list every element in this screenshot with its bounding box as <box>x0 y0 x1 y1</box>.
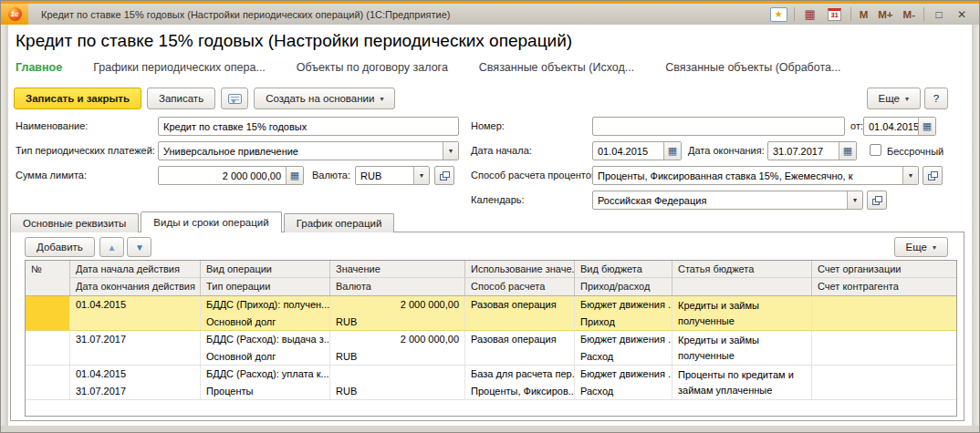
perpetual-label: Бессрочный <box>887 146 944 157</box>
row-marker-cell[interactable] <box>26 296 70 330</box>
favorites-button[interactable]: ★ <box>770 7 787 22</box>
memory-m-plus-button[interactable]: М+ <box>876 9 894 20</box>
cell-value[interactable]: RUB <box>330 366 465 399</box>
cell-budget-article[interactable]: Кредиты и займы полученные <box>672 296 812 330</box>
date-from-field[interactable]: 01.04.2015 ▦ <box>863 117 936 136</box>
cell-budget-kind[interactable]: Бюджет движения ...Расход <box>575 331 672 365</box>
calculator-icon: ▦ <box>805 7 816 21</box>
row-marker-cell[interactable] <box>26 331 70 365</box>
cell-value[interactable]: 2 000 000,00RUB <box>330 296 465 330</box>
open-icon <box>928 171 938 180</box>
calendar-picker-button[interactable]: ▦ <box>918 118 935 135</box>
table-more-button[interactable]: Еще ▾ <box>894 237 948 257</box>
add-row-button[interactable]: Добавить <box>25 237 95 257</box>
window-title: Кредит по ставке 15% годовых (Настройки … <box>41 9 451 20</box>
cell-usage[interactable]: База для расчета пер...Проценты, Фиксиро… <box>465 366 575 399</box>
window-frame-left <box>1 25 8 432</box>
memory-m-button[interactable]: М <box>858 9 871 20</box>
header-dates[interactable]: Дата начала действияДата окончания дейст… <box>70 261 201 295</box>
cell-usage[interactable]: Разовая операция <box>465 296 575 330</box>
cell-dates[interactable]: 31.07.2017 <box>70 331 201 365</box>
cell-operation[interactable]: БДДС (Расход): уплата к...Проценты <box>201 366 330 399</box>
calendar-picker-button[interactable]: ▦ <box>839 142 856 160</box>
maximize-button[interactable]: □ <box>931 8 947 21</box>
table-row[interactable]: 01.04.201531.07.2017 БДДС (Расход): упла… <box>26 366 956 400</box>
payment-type-combo[interactable]: Универсальное привлечение ▾ <box>158 141 459 160</box>
save-button[interactable]: Записать <box>147 88 215 109</box>
save-close-button[interactable]: Записать и закрыть <box>14 88 141 109</box>
date-start-field[interactable]: 01.04.2015 ▦ <box>592 141 682 160</box>
chevron-down-icon: ▾ <box>933 243 936 252</box>
row-marker-cell[interactable] <box>26 366 70 399</box>
nav-item-main[interactable]: Главное <box>16 61 62 74</box>
tab-operation-kinds[interactable]: Виды и сроки операций <box>141 211 281 232</box>
cell-accounts[interactable] <box>812 366 956 399</box>
name-value: Кредит по ставке 15% годовых <box>159 121 458 132</box>
system-menu-button[interactable]: 1с <box>1 4 28 25</box>
perpetual-checkbox[interactable] <box>870 144 881 156</box>
discussion-button[interactable] <box>221 88 248 109</box>
cell-budget-kind[interactable]: Бюджет движения ...Расход <box>575 366 672 399</box>
header-usage[interactable]: Использование значе...Способ расчета <box>465 261 575 295</box>
titlebar[interactable]: 1с Кредит по ставке 15% годовых (Настрой… <box>1 4 979 25</box>
cell-budget-kind[interactable]: Бюджет движения ...Приход <box>575 296 672 330</box>
name-label: Наименование: <box>16 120 88 131</box>
tab-main-details[interactable]: Основные реквизиты <box>10 213 139 232</box>
calendar-picker-button[interactable]: ▦ <box>663 142 681 160</box>
close-button[interactable]: ✕ <box>954 8 970 21</box>
move-down-button[interactable]: ▼ <box>127 237 151 257</box>
name-field[interactable]: Кредит по ставке 15% годовых <box>158 117 459 136</box>
currency-open-button[interactable] <box>434 166 454 185</box>
header-operation[interactable]: Вид операцииТип операции <box>201 261 330 295</box>
dropdown-button[interactable]: ▾ <box>443 142 458 160</box>
dropdown-button[interactable]: ▾ <box>847 191 862 209</box>
calendar-button[interactable]: 31 <box>826 6 844 22</box>
nav-item-schedules[interactable]: Графики периодических опера... <box>93 61 266 74</box>
table-row[interactable]: 01.04.2015 БДДС (Приход): получен...Осно… <box>26 296 956 331</box>
dropdown-button[interactable]: ▾ <box>413 167 429 184</box>
currency-combo[interactable]: RUB ▾ <box>355 166 430 185</box>
nav-item-related-source[interactable]: Связанные объекты (Исход... <box>479 61 634 74</box>
cell-value[interactable]: 2 000 000,00RUB <box>330 331 465 365</box>
cell-dates[interactable]: 01.04.201531.07.2017 <box>70 366 201 399</box>
calendar-icon: 31 <box>828 8 841 21</box>
interest-method-combo[interactable]: Проценты, Фиксированная ставка 15%, Ежем… <box>592 166 919 185</box>
header-budget-article[interactable]: Статья бюджета <box>672 261 812 295</box>
dropdown-button[interactable]: ▾ <box>902 167 918 184</box>
calendar-combo[interactable]: Российская Федерация ▾ <box>592 191 863 210</box>
memory-m-minus-button[interactable]: М- <box>902 9 917 20</box>
move-up-button[interactable]: ▲ <box>99 237 124 257</box>
chevron-down-icon: ▾ <box>380 95 383 103</box>
calculator-button[interactable]: ▦ <box>801 6 819 22</box>
cell-accounts[interactable] <box>812 296 956 330</box>
help-button[interactable]: ? <box>924 88 948 109</box>
calculator-picker-button[interactable]: ▦ <box>286 167 303 184</box>
nav-item-related-processed[interactable]: Связанные объекты (Обработа... <box>665 61 840 74</box>
calendar-icon: ▦ <box>668 145 677 157</box>
number-field[interactable] <box>592 117 845 136</box>
cell-dates[interactable]: 01.04.2015 <box>70 296 201 330</box>
table-row[interactable]: 31.07.2017 БДДС (Расход): выдача з...Осн… <box>26 331 956 366</box>
calendar-open-button[interactable] <box>867 191 887 210</box>
cell-usage[interactable]: Разовая операция <box>465 331 575 365</box>
interest-method-value: Проценты, Фиксированная ставка 15%, Ежем… <box>593 170 902 181</box>
cell-operation[interactable]: БДДС (Приход): получен...Основной долг <box>201 296 330 330</box>
limit-field[interactable]: 2 000 000,00 ▦ <box>158 166 304 185</box>
cell-operation[interactable]: БДДС (Расход): выдача з...Основной долг <box>201 331 330 365</box>
cell-budget-article[interactable]: Кредиты и займы полученные <box>672 331 812 365</box>
operations-table[interactable]: № Дата начала действияДата окончания дей… <box>25 260 957 417</box>
header-value[interactable]: ЗначениеВалюта <box>330 261 465 295</box>
cell-budget-article[interactable]: Проценты по кредитам и займам уплаченные <box>672 366 812 399</box>
header-accounts[interactable]: Счет организацииСчет контрагента <box>812 261 956 295</box>
tab-operation-schedule[interactable]: График операций <box>284 213 395 232</box>
create-based-on-button[interactable]: Создать на основании ▾ <box>254 88 395 109</box>
page-title: Кредит по ставке 15% годовых (Настройки … <box>16 31 572 51</box>
cell-accounts[interactable] <box>812 331 956 365</box>
interest-method-open-button[interactable] <box>923 166 943 185</box>
header-number[interactable]: № <box>26 261 70 295</box>
header-budget-kind[interactable]: Вид бюджетаПриход/расход <box>575 261 672 295</box>
date-end-field[interactable]: 31.07.2017 ▦ <box>767 141 857 160</box>
open-icon <box>440 171 450 180</box>
more-button[interactable]: Еще ▾ <box>867 88 921 109</box>
nav-item-pledge-objects[interactable]: Объекты по договору залога <box>297 61 448 74</box>
